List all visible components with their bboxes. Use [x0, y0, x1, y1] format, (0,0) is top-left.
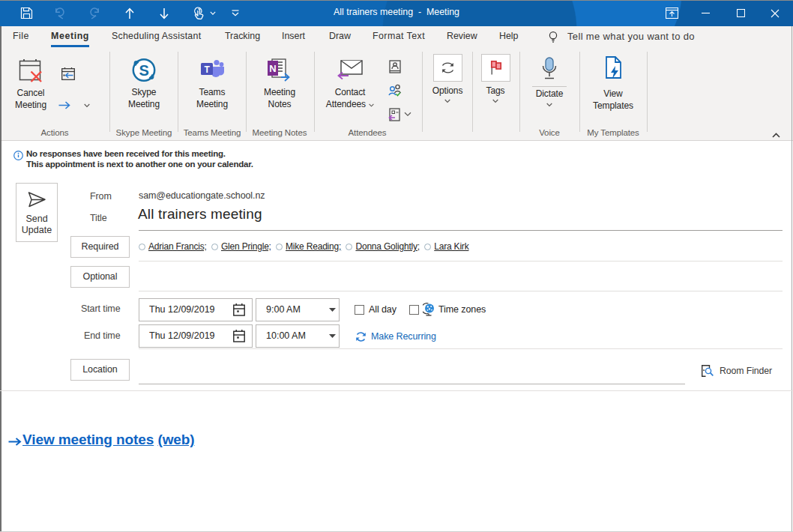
- svg-text:N: N: [269, 63, 276, 74]
- svg-text:S: S: [139, 62, 148, 79]
- svg-text:T: T: [204, 64, 210, 75]
